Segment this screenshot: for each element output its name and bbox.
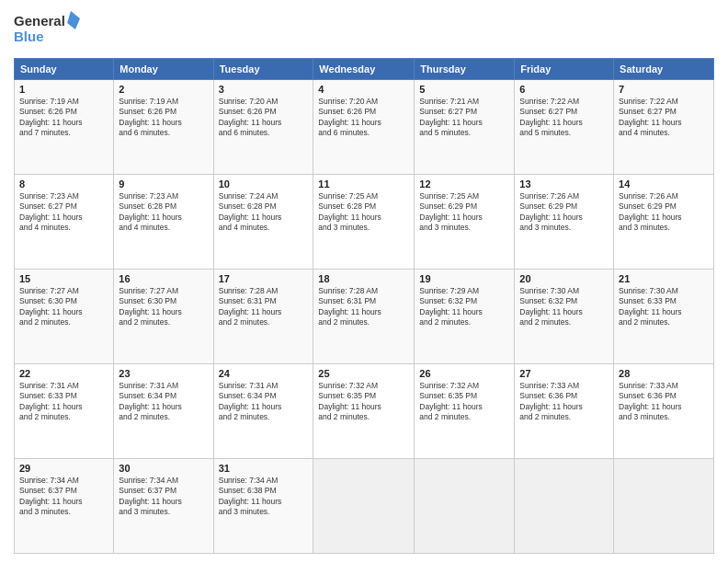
calendar-table: SundayMondayTuesdayWednesdayThursdayFrid… [14, 58, 714, 554]
calendar-cell: 18Sunrise: 7:28 AMSunset: 6:31 PMDayligh… [313, 270, 415, 364]
page-header: General Blue [14, 9, 714, 51]
weekday-header-friday: Friday [515, 59, 614, 80]
day-info: Sunrise: 7:24 AMSunset: 6:28 PMDaylight:… [219, 191, 309, 234]
day-info: Sunrise: 7:22 AMSunset: 6:27 PMDaylight:… [519, 97, 609, 139]
day-number: 24 [219, 368, 309, 379]
calendar-week-5: 29Sunrise: 7:34 AMSunset: 6:37 PMDayligh… [15, 459, 714, 554]
calendar-cell: 25Sunrise: 7:32 AMSunset: 6:35 PMDayligh… [313, 364, 415, 459]
calendar-cell: 29Sunrise: 7:34 AMSunset: 6:37 PMDayligh… [15, 459, 114, 554]
weekday-header-row: SundayMondayTuesdayWednesdayThursdayFrid… [15, 59, 714, 80]
day-number: 17 [219, 273, 309, 284]
logo-svg: General Blue [14, 9, 87, 51]
svg-marker-2 [67, 11, 80, 29]
calendar-cell: 28Sunrise: 7:33 AMSunset: 6:36 PMDayligh… [614, 364, 714, 459]
calendar-cell: 14Sunrise: 7:26 AMSunset: 6:29 PMDayligh… [614, 175, 714, 270]
calendar-cell: 11Sunrise: 7:25 AMSunset: 6:28 PMDayligh… [313, 175, 415, 270]
calendar-cell: 22Sunrise: 7:31 AMSunset: 6:33 PMDayligh… [15, 364, 114, 459]
weekday-header-saturday: Saturday [614, 59, 714, 80]
calendar-cell: 1Sunrise: 7:19 AMSunset: 6:26 PMDaylight… [15, 80, 114, 175]
day-number: 13 [519, 178, 609, 190]
day-info: Sunrise: 7:32 AMSunset: 6:35 PMDaylight:… [419, 381, 509, 423]
day-number: 11 [318, 178, 409, 190]
day-info: Sunrise: 7:34 AMSunset: 6:37 PMDaylight:… [119, 476, 208, 518]
day-info: Sunrise: 7:19 AMSunset: 6:26 PMDaylight:… [119, 97, 208, 139]
day-info: Sunrise: 7:26 AMSunset: 6:29 PMDaylight:… [619, 191, 709, 234]
calendar-cell: 26Sunrise: 7:32 AMSunset: 6:35 PMDayligh… [415, 364, 515, 459]
day-number: 16 [119, 273, 208, 284]
calendar-cell: 17Sunrise: 7:28 AMSunset: 6:31 PMDayligh… [213, 270, 313, 364]
day-number: 15 [19, 273, 108, 284]
calendar-cell: 12Sunrise: 7:25 AMSunset: 6:29 PMDayligh… [415, 175, 515, 270]
day-number: 9 [119, 178, 208, 190]
calendar-cell: 9Sunrise: 7:23 AMSunset: 6:28 PMDaylight… [114, 175, 213, 270]
calendar-cell: 24Sunrise: 7:31 AMSunset: 6:34 PMDayligh… [213, 364, 313, 459]
day-info: Sunrise: 7:23 AMSunset: 6:27 PMDaylight:… [19, 191, 108, 234]
calendar-cell [313, 459, 415, 554]
day-number: 8 [19, 178, 108, 190]
day-info: Sunrise: 7:26 AMSunset: 6:29 PMDaylight:… [519, 191, 609, 234]
day-info: Sunrise: 7:33 AMSunset: 6:36 PMDaylight:… [619, 381, 709, 423]
calendar-cell: 30Sunrise: 7:34 AMSunset: 6:37 PMDayligh… [114, 459, 213, 554]
calendar-cell: 3Sunrise: 7:20 AMSunset: 6:26 PMDaylight… [213, 80, 313, 175]
svg-text:Blue: Blue [14, 29, 44, 44]
day-number: 2 [119, 84, 208, 95]
day-number: 31 [219, 463, 309, 474]
day-number: 25 [318, 368, 409, 379]
logo: General Blue [14, 9, 87, 51]
day-number: 4 [318, 84, 409, 95]
calendar-cell: 15Sunrise: 7:27 AMSunset: 6:30 PMDayligh… [15, 270, 114, 364]
calendar-cell: 5Sunrise: 7:21 AMSunset: 6:27 PMDaylight… [415, 80, 515, 175]
day-number: 7 [619, 84, 709, 95]
day-number: 30 [119, 463, 208, 474]
calendar-cell: 31Sunrise: 7:34 AMSunset: 6:38 PMDayligh… [213, 459, 313, 554]
calendar-cell: 2Sunrise: 7:19 AMSunset: 6:26 PMDaylight… [114, 80, 213, 175]
day-number: 6 [519, 84, 609, 95]
day-number: 20 [519, 273, 609, 284]
day-info: Sunrise: 7:22 AMSunset: 6:27 PMDaylight:… [619, 97, 709, 139]
calendar-body: 1Sunrise: 7:19 AMSunset: 6:26 PMDaylight… [15, 80, 714, 554]
calendar-cell: 27Sunrise: 7:33 AMSunset: 6:36 PMDayligh… [515, 364, 614, 459]
svg-text:General: General [14, 13, 65, 29]
day-info: Sunrise: 7:32 AMSunset: 6:35 PMDaylight:… [318, 381, 409, 423]
day-number: 14 [619, 178, 709, 190]
day-number: 18 [318, 273, 409, 284]
day-info: Sunrise: 7:23 AMSunset: 6:28 PMDaylight:… [119, 191, 208, 234]
day-info: Sunrise: 7:30 AMSunset: 6:32 PMDaylight:… [519, 286, 609, 328]
day-number: 1 [19, 84, 108, 95]
day-info: Sunrise: 7:27 AMSunset: 6:30 PMDaylight:… [119, 286, 208, 328]
day-info: Sunrise: 7:20 AMSunset: 6:26 PMDaylight:… [219, 97, 309, 139]
day-number: 3 [219, 84, 309, 95]
calendar-cell: 16Sunrise: 7:27 AMSunset: 6:30 PMDayligh… [114, 270, 213, 364]
weekday-header-monday: Monday [114, 59, 213, 80]
weekday-header-tuesday: Tuesday [213, 59, 313, 80]
calendar-cell: 8Sunrise: 7:23 AMSunset: 6:27 PMDaylight… [15, 175, 114, 270]
day-info: Sunrise: 7:20 AMSunset: 6:26 PMDaylight:… [318, 97, 409, 139]
calendar-cell: 20Sunrise: 7:30 AMSunset: 6:32 PMDayligh… [515, 270, 614, 364]
calendar-cell: 21Sunrise: 7:30 AMSunset: 6:33 PMDayligh… [614, 270, 714, 364]
weekday-header-sunday: Sunday [15, 59, 114, 80]
day-info: Sunrise: 7:31 AMSunset: 6:33 PMDaylight:… [19, 381, 108, 423]
calendar-week-2: 8Sunrise: 7:23 AMSunset: 6:27 PMDaylight… [15, 175, 714, 270]
day-info: Sunrise: 7:29 AMSunset: 6:32 PMDaylight:… [419, 286, 509, 328]
day-number: 10 [219, 178, 309, 190]
calendar-week-3: 15Sunrise: 7:27 AMSunset: 6:30 PMDayligh… [15, 270, 714, 364]
day-number: 22 [19, 368, 108, 379]
day-info: Sunrise: 7:28 AMSunset: 6:31 PMDaylight:… [318, 286, 409, 328]
weekday-header-wednesday: Wednesday [313, 59, 415, 80]
day-info: Sunrise: 7:19 AMSunset: 6:26 PMDaylight:… [19, 97, 108, 139]
calendar-cell: 23Sunrise: 7:31 AMSunset: 6:34 PMDayligh… [114, 364, 213, 459]
day-number: 19 [419, 273, 509, 284]
day-number: 27 [519, 368, 609, 379]
calendar-cell [614, 459, 714, 554]
calendar-cell [415, 459, 515, 554]
day-number: 23 [119, 368, 208, 379]
calendar-cell: 10Sunrise: 7:24 AMSunset: 6:28 PMDayligh… [213, 175, 313, 270]
day-info: Sunrise: 7:30 AMSunset: 6:33 PMDaylight:… [619, 286, 709, 328]
day-info: Sunrise: 7:33 AMSunset: 6:36 PMDaylight:… [519, 381, 609, 423]
calendar-week-4: 22Sunrise: 7:31 AMSunset: 6:33 PMDayligh… [15, 364, 714, 459]
day-number: 12 [419, 178, 509, 190]
calendar-cell: 19Sunrise: 7:29 AMSunset: 6:32 PMDayligh… [415, 270, 515, 364]
day-info: Sunrise: 7:27 AMSunset: 6:30 PMDaylight:… [19, 286, 108, 328]
calendar-cell [515, 459, 614, 554]
day-info: Sunrise: 7:34 AMSunset: 6:38 PMDaylight:… [219, 476, 309, 518]
